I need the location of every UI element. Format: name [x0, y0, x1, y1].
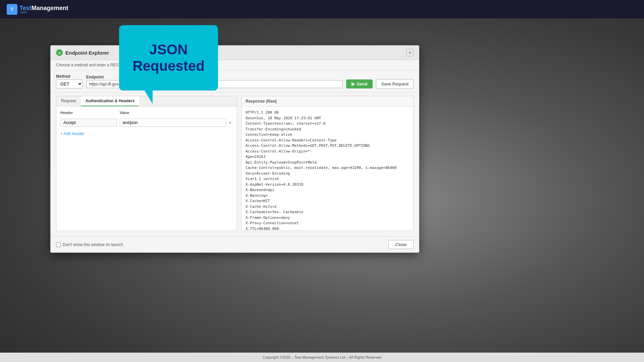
- method-col: Method GET: [56, 74, 83, 88]
- header-value-col: ×: [120, 119, 233, 127]
- tooltip-line1: JSON: [149, 42, 187, 57]
- header-input-row: ×: [60, 119, 233, 127]
- logo-name-part1: TestManagement: [19, 5, 68, 11]
- tab-request[interactable]: Request: [56, 96, 81, 106]
- header-labels-row: Header Value: [60, 111, 233, 116]
- col-label-value: Value: [120, 111, 233, 115]
- panel-content: Header Value ×: [56, 107, 237, 140]
- header-col-name: Header: [60, 111, 117, 116]
- header-value-input[interactable]: [120, 119, 226, 127]
- header-name-col: [60, 119, 117, 127]
- method-label: Method: [56, 74, 83, 79]
- logo: T TestManagement .com: [7, 4, 68, 15]
- modal-header: ● Endpoint Explorer ×: [51, 46, 419, 60]
- method-select[interactable]: GET: [56, 79, 83, 88]
- modal-footer: Don't show this window on launch Close: [51, 236, 419, 252]
- logo-text: TestManagement .com: [19, 5, 68, 14]
- close-button[interactable]: Close: [388, 240, 414, 249]
- page-footer: Copyright ©2020 – Test Management System…: [0, 353, 644, 362]
- dont-show-label: Don't show this window on launch: [63, 242, 123, 247]
- logo-icon: T: [7, 4, 17, 15]
- response-title: Response (Raw): [241, 96, 413, 107]
- tooltip-bubble: JSON Requested: [119, 25, 218, 90]
- modal-dialog: ● Endpoint Explorer × Choose a method an…: [50, 45, 419, 253]
- dont-show-checkbox[interactable]: [56, 242, 61, 247]
- modal-title: Endpoint Explorer: [65, 50, 109, 56]
- header-value-wrapper: ×: [120, 119, 233, 127]
- header-col-value: Value: [120, 111, 233, 116]
- save-request-button[interactable]: Save Request: [376, 79, 414, 89]
- add-header-link[interactable]: + Add header: [60, 131, 85, 136]
- top-bar: T TestManagement .com: [0, 0, 644, 18]
- remove-header-button[interactable]: ×: [227, 119, 233, 126]
- tab-auth-headers[interactable]: Authentication & Headers: [81, 96, 140, 106]
- left-panel: Request Authentication & Headers Header …: [56, 96, 237, 231]
- send-button[interactable]: ▶ Send: [346, 79, 373, 88]
- endpoint-row: Method GET Endpoint ▶ Send Save Request: [51, 70, 419, 93]
- modal-title-row: ● Endpoint Explorer: [56, 49, 109, 56]
- response-body: HTTP/1.1 200 OK Date=Sun, 10 May 2020 17…: [241, 107, 413, 231]
- right-panel: Response (Raw) HTTP/1.1 200 OK Date=Sun,…: [241, 96, 414, 231]
- tooltip-text: JSON Requested: [132, 42, 205, 74]
- modal-close-button[interactable]: ×: [406, 49, 414, 56]
- send-icon: ▶: [352, 81, 355, 86]
- header-name-input[interactable]: [60, 119, 117, 127]
- tooltip-line2: Requested: [132, 58, 205, 74]
- modal-body: Request Authentication & Headers Header …: [51, 93, 419, 236]
- modal-icon: ●: [56, 49, 63, 56]
- col-label-name: Header: [60, 111, 117, 115]
- send-label: Send: [357, 81, 368, 86]
- footer-text: Copyright ©2020 – Test Management System…: [263, 355, 381, 359]
- dont-show-row: Don't show this window on launch: [56, 242, 123, 247]
- modal-subtitle: Choose a method and enter a REST endpoin…: [51, 60, 419, 70]
